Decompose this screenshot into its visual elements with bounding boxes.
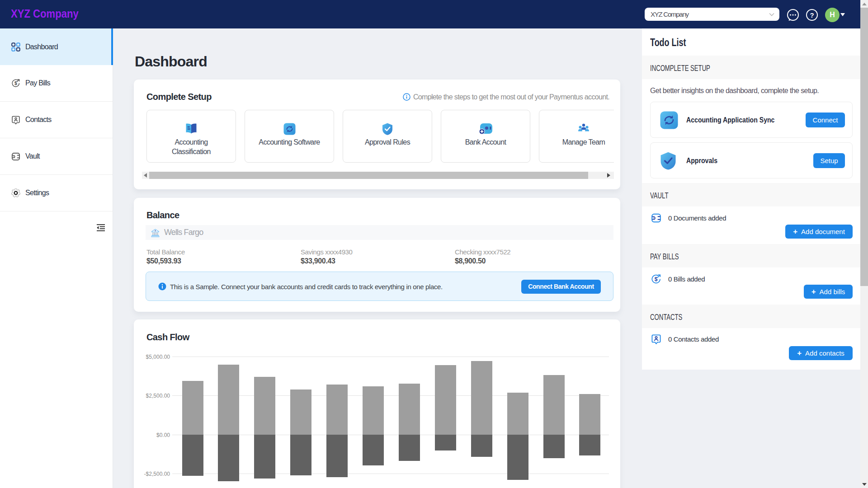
svg-text:$: $ <box>655 276 658 282</box>
svg-text:$: $ <box>14 81 17 86</box>
svg-text:?: ? <box>810 11 814 19</box>
